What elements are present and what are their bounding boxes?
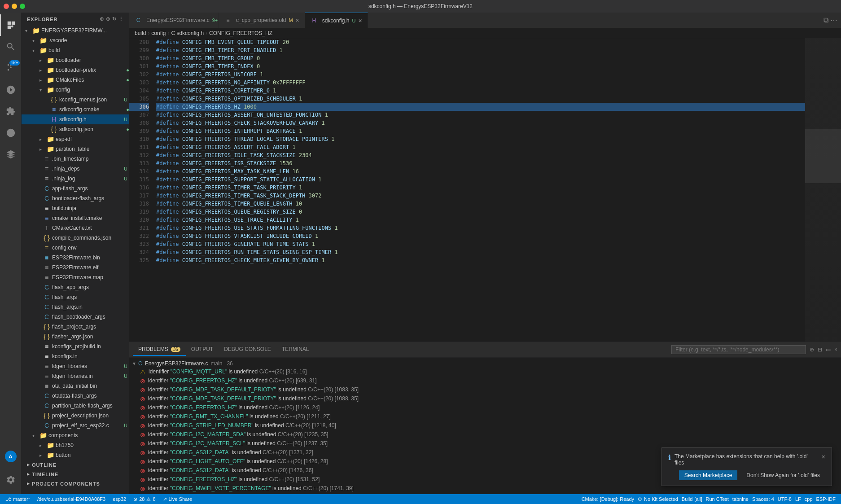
collapse-panel-icon[interactable]: ⊟ bbox=[818, 346, 822, 353]
status-run-ctest[interactable]: Run CTest bbox=[704, 496, 730, 502]
tab-sdkconfig-h[interactable]: H sdkconfig.h U × bbox=[305, 13, 368, 28]
breadcrumb-build[interactable]: build bbox=[135, 30, 146, 36]
outline-section[interactable]: ▸ OUTLINE bbox=[22, 460, 129, 469]
activity-esp[interactable] bbox=[0, 144, 22, 165]
breadcrumb-symbol[interactable]: CONFIG_FREERTOS_HZ bbox=[209, 30, 272, 36]
list-item[interactable]: ≡ ldgen_libraries.in U bbox=[22, 371, 129, 381]
activity-accounts[interactable]: A bbox=[0, 447, 22, 469]
tab-close-icon[interactable]: × bbox=[358, 17, 362, 24]
list-item[interactable]: ≡ .bin_timestamp bbox=[22, 154, 129, 164]
breadcrumb-config[interactable]: config bbox=[151, 30, 166, 36]
tab-terminal[interactable]: TERMINAL bbox=[276, 343, 315, 356]
error-item[interactable]: ⊗ identifier "CONFIG_STRIP_LED_NUMBER" i… bbox=[129, 421, 841, 430]
code-content[interactable]: #define CONFIG_FMB_EVENT_QUEUE_TIMEOUT 2… bbox=[153, 38, 805, 342]
list-item[interactable]: ≡ ldgen_libraries U bbox=[22, 361, 129, 371]
maximize-panel-icon[interactable]: ▭ bbox=[826, 346, 831, 353]
new-folder-icon[interactable]: ⊕ bbox=[106, 16, 110, 22]
activity-settings[interactable] bbox=[0, 469, 22, 491]
activity-remote[interactable] bbox=[0, 122, 22, 144]
list-item[interactable]: ▸ 📁 bootloader bbox=[22, 55, 129, 65]
refresh-icon[interactable]: ↻ bbox=[112, 16, 117, 22]
activity-search[interactable] bbox=[0, 36, 22, 57]
activity-extensions[interactable] bbox=[0, 101, 22, 122]
list-item[interactable]: ▾ 📁 build bbox=[22, 45, 129, 55]
list-item[interactable]: { } flash_project_args bbox=[22, 322, 129, 332]
status-branch[interactable]: ⎇ master* bbox=[4, 496, 32, 502]
list-item[interactable]: ▸ 📁 partition_table bbox=[22, 144, 129, 154]
list-item[interactable]: ▸ 📁 bh1750 bbox=[22, 440, 129, 450]
notification-close-icon[interactable]: × bbox=[822, 453, 825, 460]
timeline-section[interactable]: ▸ TIMELINE bbox=[22, 469, 129, 479]
new-file-icon[interactable]: ⊕ bbox=[100, 16, 104, 22]
list-item[interactable]: ■ ota_data_initial.bin bbox=[22, 381, 129, 391]
list-item[interactable]: C flash_app_args bbox=[22, 282, 129, 292]
error-item[interactable]: ⊗ identifier "CONFIG_I2C_MASTER_SDA" is … bbox=[129, 430, 841, 439]
list-item[interactable]: ▾ 📁 .vscode bbox=[22, 35, 129, 45]
close-button[interactable] bbox=[4, 4, 9, 9]
activity-run-debug[interactable] bbox=[0, 79, 22, 101]
error-item[interactable]: ⊗ identifier "CONFIG_I2C_MASTER_SCL" is … bbox=[129, 439, 841, 448]
list-item[interactable]: { } project_description.json bbox=[22, 411, 129, 421]
panel-group[interactable]: ▾ C EnergysESP32Firmware.c main 36 bbox=[129, 359, 841, 368]
status-spaces[interactable]: Spaces: 4 bbox=[750, 496, 776, 502]
status-problems[interactable]: ⊗ 28 ⚠ 8 bbox=[131, 496, 157, 502]
split-editor-icon[interactable]: ⧉ bbox=[823, 16, 828, 24]
status-build[interactable]: Build [all] bbox=[680, 496, 704, 502]
tab-close-icon[interactable]: × bbox=[296, 17, 299, 24]
error-item[interactable]: ⊗ identifier "CONFIG_FREERTOS_HZ" is und… bbox=[129, 377, 841, 386]
status-tabnine[interactable]: tabnine bbox=[731, 496, 750, 502]
list-item[interactable]: ▾ 📁 config bbox=[22, 85, 129, 95]
list-item[interactable]: ▸ 📁 CMakeFiles ● bbox=[22, 75, 129, 85]
list-item[interactable]: { } kconfig_menus.json U bbox=[22, 95, 129, 105]
minimap-viewport[interactable] bbox=[805, 129, 841, 183]
filter-icon[interactable]: ⊕ bbox=[810, 346, 814, 353]
status-chip[interactable]: esp32 bbox=[111, 496, 128, 502]
activity-explorer[interactable] bbox=[0, 14, 22, 36]
maximize-button[interactable] bbox=[20, 4, 25, 9]
list-item[interactable]: C app-flash_args bbox=[22, 184, 129, 193]
tab-energys-firmware[interactable]: C EnergysESP32Firmware.c 9+ × bbox=[129, 13, 219, 28]
error-item[interactable]: ⊗ identifier "CONFIG_FREERTOS_HZ" is und… bbox=[129, 403, 841, 412]
list-item[interactable]: ▸ 📁 button bbox=[22, 450, 129, 460]
list-item[interactable]: ≡ sdkconfig.cmake ● bbox=[22, 105, 129, 114]
list-item[interactable]: { } flasher_args.json bbox=[22, 332, 129, 342]
list-item[interactable]: ■ ESP32Firmware.bin bbox=[22, 253, 129, 263]
status-line-feed[interactable]: LF bbox=[793, 496, 803, 502]
list-item[interactable]: C partition_table-flash_args bbox=[22, 401, 129, 411]
list-item[interactable]: ≡ .ninja_deps U bbox=[22, 164, 129, 174]
tab-problems[interactable]: PROBLEMS 36 bbox=[133, 343, 186, 356]
dismiss-notification-button[interactable]: Don't Show Again for '.old' files bbox=[741, 470, 825, 480]
list-item[interactable]: ▸ 📁 bootloader-prefix ● bbox=[22, 65, 129, 75]
list-item[interactable]: C flash_args bbox=[22, 292, 129, 302]
minimize-button[interactable] bbox=[12, 4, 17, 9]
tab-output[interactable]: OUTPUT bbox=[186, 343, 219, 356]
error-item[interactable]: ⚠ identifier "CONFIG_MQTT_URL" is undefi… bbox=[129, 368, 841, 377]
tab-debug-console[interactable]: DEBUG CONSOLE bbox=[219, 343, 276, 356]
project-components-section[interactable]: ▸ PROJECT COMPONENTS bbox=[22, 479, 129, 488]
status-live-share[interactable]: ↗ Live Share bbox=[161, 496, 194, 502]
list-item[interactable]: ≡ config.env bbox=[22, 243, 129, 253]
error-item[interactable]: ⊗ identifier "CONFIG_MDF_TASK_DEFAULT_PR… bbox=[129, 394, 841, 403]
search-marketplace-button[interactable]: Search Marketplace bbox=[679, 470, 738, 480]
tab-cpp-properties[interactable]: ≡ c_cpp_properties.old M × bbox=[219, 13, 305, 28]
list-item[interactable]: ≡ ESP32Firmware.elf bbox=[22, 263, 129, 272]
filter-input[interactable] bbox=[671, 345, 806, 354]
status-no-kit[interactable]: ⚙ No Kit Selected bbox=[636, 496, 680, 502]
list-item[interactable]: ≡ build.ninja bbox=[22, 203, 129, 213]
list-item[interactable]: C project_elf_src_esp32.c U bbox=[22, 421, 129, 430]
list-item[interactable]: C flash_bootloader_args bbox=[22, 312, 129, 322]
list-item[interactable]: ≡ kconfigs.in bbox=[22, 351, 129, 361]
collapse-icon[interactable]: ⋮ bbox=[118, 16, 124, 22]
tree-root[interactable]: ▾ 📁 ENERGYSESP32FIRMW... bbox=[22, 26, 129, 35]
list-item[interactable]: H sdkconfig.h U bbox=[22, 114, 129, 124]
status-esp-idf[interactable]: ESP-IDF bbox=[815, 496, 837, 502]
status-remote[interactable]: /dev/cu.usbserial-E94D0A08F3 bbox=[35, 496, 107, 502]
list-item[interactable]: ≡ cmake_install.cmake bbox=[22, 213, 129, 223]
list-item[interactable]: C otadata-flash_args bbox=[22, 391, 129, 401]
list-item[interactable]: ≡ .ninja_log U bbox=[22, 174, 129, 184]
activity-source-control[interactable]: 1K+ bbox=[0, 57, 22, 79]
list-item[interactable]: { } sdkconfig.json ● bbox=[22, 124, 129, 134]
status-lang[interactable]: cpp bbox=[803, 496, 815, 502]
list-item[interactable]: { } compile_commands.json bbox=[22, 233, 129, 243]
list-item[interactable]: T CMakeCache.txt bbox=[22, 223, 129, 233]
